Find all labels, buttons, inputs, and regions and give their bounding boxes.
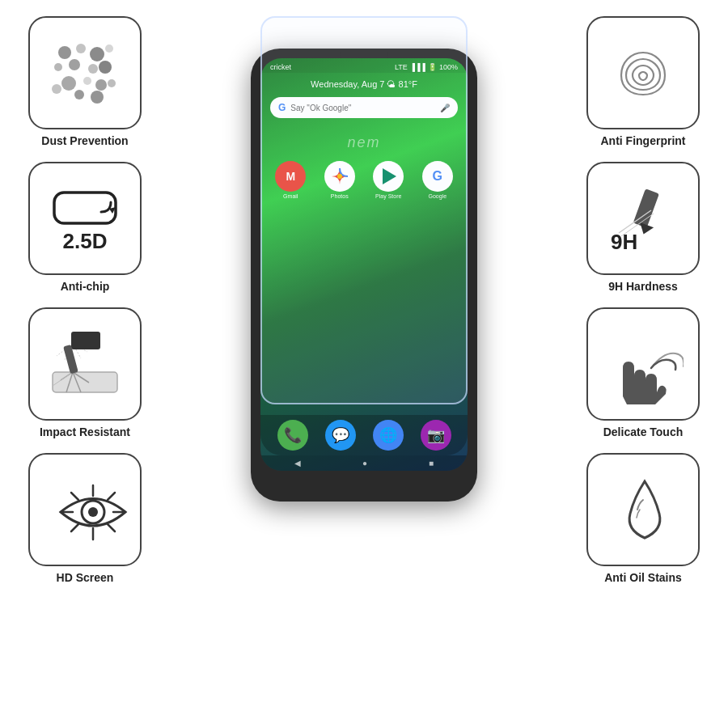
play-store-label: Play Store — [375, 193, 401, 199]
svg-point-2 — [90, 47, 104, 61]
dust-prevention-label: Dust Prevention — [41, 134, 128, 147]
nav-bar: ◀ ● ■ — [260, 455, 468, 471]
photos-label: Photos — [331, 193, 349, 199]
svg-point-13 — [74, 90, 84, 99]
battery-percent: 100% — [439, 63, 458, 71]
feature-anti-fingerprint: Anti Fingerprint — [566, 16, 720, 147]
feature-anti-chip: 2.5D Anti-chip — [8, 162, 162, 293]
gmail-label: Gmail — [283, 193, 298, 199]
delicate-touch-label: Delicate Touch — [603, 425, 684, 438]
anti-oil-icon-box — [586, 453, 700, 566]
svg-rect-15 — [54, 193, 116, 223]
gmail-icon: M — [275, 161, 306, 192]
dock-camera[interactable]: 📷 — [421, 420, 451, 451]
app-photos[interactable]: Photos — [318, 161, 362, 199]
svg-point-11 — [52, 84, 61, 94]
app-google[interactable]: G Google — [416, 161, 460, 199]
battery-indicator: 🔋 — [428, 63, 437, 71]
svg-point-3 — [105, 44, 113, 53]
svg-marker-40 — [383, 168, 396, 184]
phone-brand: nem — [260, 134, 468, 151]
svg-point-5 — [69, 59, 80, 70]
svg-point-12 — [108, 79, 116, 87]
svg-point-38 — [88, 507, 98, 517]
anti-fingerprint-label: Anti Fingerprint — [601, 134, 686, 147]
app-grid: M Gmail Photos — [260, 161, 468, 199]
recent-btn[interactable]: ■ — [429, 459, 434, 468]
hd-screen-label: HD Screen — [57, 571, 114, 584]
svg-rect-41 — [633, 188, 659, 227]
svg-text:9H: 9H — [611, 230, 637, 251]
carrier-name: cricket — [270, 63, 291, 71]
right-features-column: Anti Fingerprint 9H 9 — [566, 16, 720, 584]
date-text: Wednesday, Aug 7 🌤 81°F — [260, 79, 468, 89]
left-features-column: Dust Prevention 2.5D Anti-chip — [8, 16, 162, 584]
chip-2d-label: 2.5D — [63, 231, 108, 252]
svg-point-0 — [58, 46, 71, 59]
google-label: Google — [428, 193, 447, 199]
dock-bar: 📞 💬 🌐 📷 — [260, 415, 468, 455]
feature-impact-resistant: Impact Resistant — [8, 307, 162, 438]
anti-chip-label: Anti-chip — [61, 280, 110, 293]
delicate-touch-icon-box — [586, 307, 700, 421]
phone-screen: cricket LTE ▐▐▐ 🔋 100% Wednesday, Aug 7 … — [260, 58, 468, 471]
feature-dust-prevention: Dust Prevention — [8, 16, 162, 147]
signal-bars: ▐▐▐ — [410, 63, 425, 71]
playstore-icon — [373, 161, 404, 192]
svg-point-4 — [54, 63, 62, 71]
svg-line-36 — [71, 524, 78, 531]
9h-hardness-icon-box: 9H — [586, 162, 700, 275]
svg-point-10 — [95, 79, 107, 91]
phone-body: cricket LTE ▐▐▐ 🔋 100% Wednesday, Aug 7 … — [251, 49, 477, 502]
status-bar: cricket LTE ▐▐▐ 🔋 100% — [260, 58, 468, 73]
feature-9h-hardness: 9H 9H Hardness — [566, 162, 720, 293]
home-btn[interactable]: ● — [362, 459, 367, 468]
search-placeholder: Say "Ok Google" — [290, 104, 351, 112]
svg-rect-17 — [53, 372, 117, 392]
svg-point-8 — [61, 76, 76, 91]
hd-screen-icon-box — [28, 453, 142, 566]
dock-chrome[interactable]: 🌐 — [373, 420, 404, 451]
oil-icon — [615, 477, 671, 542]
back-btn[interactable]: ◀ — [294, 459, 301, 468]
search-bar[interactable]: G Say "Ok Google" 🎤 — [270, 97, 458, 118]
anti-chip-icon-box: 2.5D — [28, 162, 142, 275]
hammer-icon — [49, 328, 121, 400]
anti-oil-label: Anti Oil Stains — [604, 571, 682, 584]
photos-icon — [324, 161, 355, 192]
signal-type: LTE — [395, 63, 408, 71]
dust-icon — [49, 36, 121, 109]
svg-line-33 — [71, 493, 78, 500]
9h-hardness-label: 9H Hardness — [608, 280, 678, 293]
svg-line-34 — [108, 524, 115, 531]
date-widget: Wednesday, Aug 7 🌤 81°F — [260, 79, 468, 89]
eye-icon — [49, 481, 121, 538]
svg-point-1 — [76, 44, 86, 53]
google-g-logo: G — [278, 102, 286, 113]
svg-line-35 — [108, 493, 115, 500]
main-container: Dust Prevention 2.5D Anti-chip — [0, 0, 728, 728]
dock-messages[interactable]: 💬 — [325, 420, 356, 451]
svg-point-14 — [91, 91, 104, 104]
impact-resistant-icon-box — [28, 307, 142, 421]
mic-icon: 🎤 — [440, 104, 450, 112]
hardness-icon: 9H — [611, 186, 675, 251]
dust-prevention-icon-box — [28, 16, 142, 129]
touch-icon — [611, 328, 675, 400]
chip-icon: 2.5D — [49, 182, 121, 255]
feature-delicate-touch: Delicate Touch — [566, 307, 720, 438]
svg-point-6 — [88, 64, 98, 74]
feature-anti-oil: Anti Oil Stains — [566, 453, 720, 584]
svg-point-7 — [99, 61, 112, 74]
dock-phone[interactable]: 📞 — [277, 420, 308, 451]
fingerprint-icon — [615, 44, 671, 101]
feature-hd-screen: HD Screen — [8, 453, 162, 584]
impact-resistant-label: Impact Resistant — [40, 425, 130, 438]
svg-point-39 — [337, 174, 342, 179]
google-icon: G — [422, 161, 453, 192]
app-play-store[interactable]: Play Store — [366, 161, 411, 199]
app-gmail[interactable]: M Gmail — [269, 161, 313, 199]
anti-fingerprint-icon-box — [586, 16, 700, 129]
svg-point-9 — [83, 77, 91, 85]
status-right: LTE ▐▐▐ 🔋 100% — [395, 63, 458, 71]
